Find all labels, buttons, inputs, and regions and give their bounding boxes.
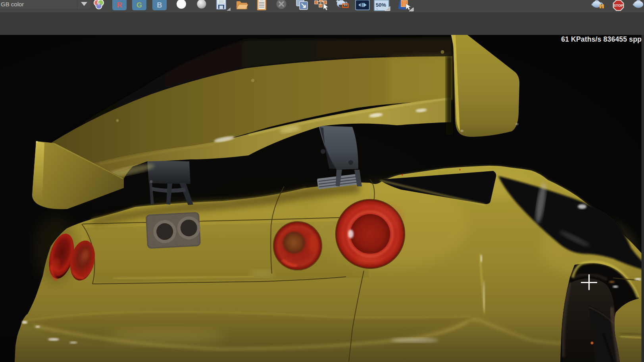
svg-text:B: B [157,1,162,9]
svg-text:61 KPaths/s 836455 spp: 61 KPaths/s 836455 spp [561,35,642,43]
svg-text:R: R [117,1,122,9]
svg-text:G: G [136,1,142,9]
svg-text:50%: 50% [376,2,386,8]
svg-text:STOP: STOP [613,4,623,8]
